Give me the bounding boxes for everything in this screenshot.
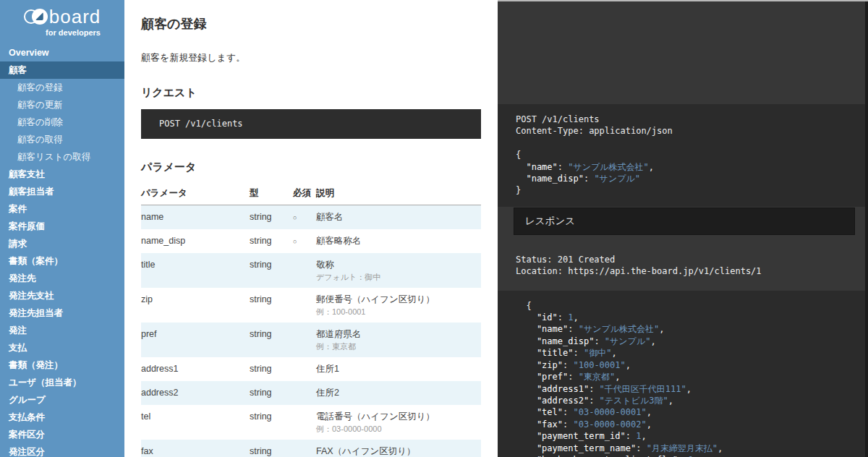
sidebar-item[interactable]: 発注先支社 <box>0 287 124 304</box>
table-row: pref string ○ 都道府県名 例：東京都 <box>141 323 481 357</box>
table-row: fax string ○ FAX（ハイフン区切り） <box>141 440 481 457</box>
board-logo-icon <box>24 9 48 25</box>
response-meta: Status: 201 Created Location: https://ap… <box>516 254 850 278</box>
param-description: 郵便番号（ハイフン区切り） <box>316 294 481 304</box>
sidebar-item[interactable]: 顧客の削除 <box>0 114 124 131</box>
col-header-required: 必須 <box>293 184 316 205</box>
param-type: string <box>250 357 293 381</box>
param-name: pref <box>141 323 250 357</box>
sidebar-item[interactable]: 支払条件 <box>0 409 124 426</box>
code-line: Content-Type: application/json <box>516 125 850 137</box>
brand-tagline: for developers <box>0 28 124 37</box>
param-type: string <box>250 229 293 253</box>
sidebar-item[interactable]: ユーザ（担当者） <box>0 374 124 391</box>
code-line: "address1": "千代田区千代田111", <box>516 383 850 395</box>
table-header-row: パラメータ 型 必須 説明 <box>141 184 481 205</box>
table-row: tel string ○ 電話番号（ハイフン区切り） 例：03-0000-000… <box>141 405 481 440</box>
panel-top-edge <box>498 0 868 1</box>
page-description: 顧客を新規登録します。 <box>141 51 481 64</box>
col-header-type: 型 <box>250 184 293 205</box>
page-title: 顧客の登録 <box>141 15 481 33</box>
doc-content: 顧客の登録 顧客を新規登録します。 リクエスト POST /v1/clients… <box>124 0 498 457</box>
request-heading: リクエスト <box>141 86 481 100</box>
sidebar-item[interactable]: 発注区分 <box>0 443 124 457</box>
code-line: "name_disp": "サンプル" <box>516 173 850 184</box>
request-example-block: POST /v1/clientsContent-Type: applicatio… <box>498 104 868 207</box>
code-line: "name": "サンプル株式会社", <box>516 323 850 335</box>
param-name: address2 <box>141 381 250 405</box>
code-line: "tel": "03-0000-0001", <box>516 406 850 418</box>
scrollbar-track[interactable] <box>865 1 868 457</box>
sidebar-item[interactable]: 顧客リストの取得 <box>0 148 124 166</box>
sidebar-item[interactable]: グループ <box>0 391 124 409</box>
param-description: FAX（ハイフン区切り） <box>316 446 481 456</box>
sidebar-item[interactable]: 案件原価 <box>0 218 124 235</box>
param-description: 電話番号（ハイフン区切り） <box>316 411 481 422</box>
param-name: address1 <box>141 357 250 381</box>
parameters-heading: パラメータ <box>141 161 481 174</box>
code-line: "name": "サンプル株式会社", <box>516 161 850 173</box>
request-endpoint-code: POST /v1/clients <box>141 109 481 139</box>
param-type: string <box>250 323 293 357</box>
sidebar-item[interactable]: 顧客の取得 <box>0 131 124 148</box>
param-description: 住所2 <box>316 388 481 398</box>
sidebar-item[interactable]: 請求 <box>0 235 124 252</box>
sidebar-item[interactable]: 書類（発注） <box>0 356 124 374</box>
response-example-block: { "id": 1, "name": "サンプル株式会社", "name_dis… <box>498 291 868 457</box>
table-row: name string ○ 顧客名 <box>141 205 481 230</box>
sidebar-item[interactable]: 発注 <box>0 322 124 339</box>
sidebar-item[interactable]: 発注先 <box>0 270 124 287</box>
sidebar-item[interactable]: 顧客の更新 <box>0 96 124 114</box>
required-mark-icon: ○ <box>293 238 297 245</box>
code-line: POST /v1/clients <box>516 114 850 125</box>
param-name: title <box>141 253 250 288</box>
param-name: fax <box>141 440 250 457</box>
sidebar-nav: Overview 顧客 顧客の登録 顧客の更新 顧客の削除 顧客の取得 顧客リス… <box>0 44 124 457</box>
code-line: { <box>516 300 850 312</box>
sidebar-item[interactable]: 顧客の登録 <box>0 79 124 96</box>
param-description: 敬称 <box>316 260 481 270</box>
brand-name: board <box>49 6 101 28</box>
sidebar-item[interactable]: 案件 <box>0 200 124 218</box>
table-row: zip string ○ 郵便番号（ハイフン区切り） 例：100-0001 <box>141 288 481 323</box>
param-type: string <box>250 381 293 405</box>
param-name: name_disp <box>141 229 250 253</box>
code-line: "payment_term_name": "月末締翌月末払", <box>516 443 850 454</box>
col-header-parameter: パラメータ <box>141 184 250 205</box>
param-description: 都道府県名 <box>316 329 481 339</box>
param-note: 例：100-0001 <box>316 307 481 316</box>
brand-logo[interactable]: board for developers <box>0 0 124 40</box>
code-line: } <box>516 184 850 196</box>
param-name: name <box>141 205 250 230</box>
table-row: address2 string ○ 住所2 <box>141 381 481 405</box>
parameters-table: パラメータ 型 必須 説明 name string ○ 顧客名 <box>141 184 481 457</box>
param-note: 例：東京都 <box>316 342 481 351</box>
sidebar-item[interactable]: 支払 <box>0 339 124 356</box>
code-line <box>516 137 850 149</box>
param-name: zip <box>141 288 250 323</box>
sidebar-item[interactable]: 案件区分 <box>0 426 124 443</box>
param-type: string <box>250 288 293 323</box>
param-note: デフォルト：御中 <box>316 273 481 281</box>
sidebar-item[interactable]: 顧客 <box>0 61 124 79</box>
code-line: "zip": "100-0001", <box>516 359 850 371</box>
response-section-bar: レスポンス <box>514 208 855 235</box>
code-line: "pref": "東京都", <box>516 371 850 383</box>
param-note: 例：03-0000-0000 <box>316 424 481 433</box>
code-line: "name_disp": "サンプル", <box>516 336 850 347</box>
sidebar-item[interactable]: 顧客支社 <box>0 166 124 183</box>
sidebar-item[interactable]: 発注先担当者 <box>0 304 124 322</box>
response-bar-label: レスポンス <box>525 215 575 228</box>
code-line: "payment_term_id": 1, <box>516 430 850 442</box>
response-location-line: Location: https://api.the-board.jp/v1/cl… <box>516 265 850 277</box>
param-description: 住所1 <box>316 364 481 374</box>
table-row: address1 string ○ 住所1 <box>141 357 481 381</box>
sidebar-item[interactable]: 顧客担当者 <box>0 183 124 200</box>
param-type: string <box>250 440 293 457</box>
sidebar-item[interactable]: 書類（案件） <box>0 252 124 270</box>
code-line: "id": 1, <box>516 312 850 323</box>
code-line: "address2": "テストビル3階", <box>516 395 850 406</box>
param-name: tel <box>141 405 250 440</box>
sidebar-item[interactable]: Overview <box>0 44 124 61</box>
param-description: 顧客略称名 <box>316 236 481 246</box>
